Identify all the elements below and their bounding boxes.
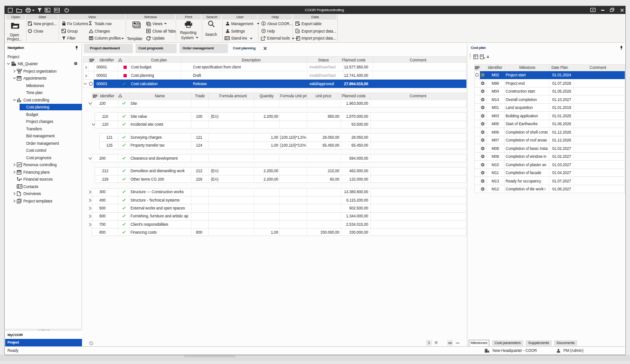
- svg-text:?: ?: [263, 30, 265, 33]
